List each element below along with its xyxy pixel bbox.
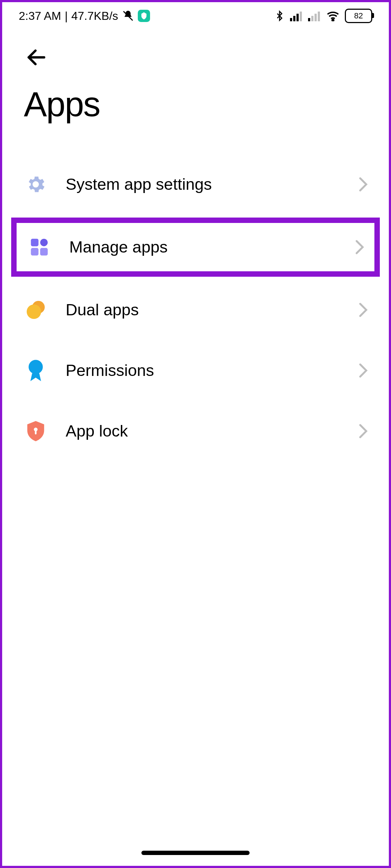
gesture-bar[interactable] xyxy=(2,851,389,855)
wifi-icon xyxy=(326,10,340,21)
item-manage-apps[interactable]: Manage apps xyxy=(11,218,380,277)
silent-icon xyxy=(122,10,134,22)
back-button[interactable] xyxy=(24,45,49,70)
svg-point-16 xyxy=(27,304,41,319)
apps-grid-icon xyxy=(26,234,53,260)
svg-rect-2 xyxy=(293,16,295,21)
svg-rect-8 xyxy=(318,12,320,21)
signal-1-icon xyxy=(290,10,303,21)
svg-rect-7 xyxy=(315,14,317,21)
svg-rect-6 xyxy=(311,16,313,21)
item-label: Permissions xyxy=(66,361,358,380)
app-badge-icon xyxy=(138,10,150,22)
svg-rect-11 xyxy=(31,239,39,246)
signal-2-icon xyxy=(308,10,321,21)
award-icon xyxy=(22,357,49,384)
status-right: 82 xyxy=(274,9,372,23)
svg-point-9 xyxy=(332,19,334,21)
svg-rect-1 xyxy=(290,18,292,21)
item-dual-apps[interactable]: Dual apps xyxy=(13,286,378,334)
status-left: 2:37 AM | 47.7KB/s xyxy=(19,9,150,23)
settings-list: System app settings Manage apps Dual app… xyxy=(2,160,389,455)
chevron-right-icon xyxy=(358,365,369,376)
status-net-speed: 47.7KB/s xyxy=(71,9,118,23)
chevron-right-icon xyxy=(358,304,369,315)
battery-percent: 82 xyxy=(354,11,363,21)
svg-rect-3 xyxy=(296,14,299,21)
chevron-right-icon xyxy=(354,242,365,253)
item-label: App lock xyxy=(66,422,358,440)
shield-lock-icon xyxy=(22,418,49,444)
svg-point-17 xyxy=(28,360,43,374)
svg-point-12 xyxy=(40,239,48,246)
item-app-lock[interactable]: App lock xyxy=(13,407,378,455)
item-system-app-settings[interactable]: System app settings xyxy=(13,160,378,209)
svg-rect-5 xyxy=(308,18,310,21)
header: Apps xyxy=(2,23,389,124)
item-label: Manage apps xyxy=(69,238,354,257)
page-title: Apps xyxy=(24,84,367,124)
item-label: Dual apps xyxy=(66,301,358,319)
status-time: 2:37 AM xyxy=(19,9,61,23)
item-permissions[interactable]: Permissions xyxy=(13,346,378,395)
chevron-right-icon xyxy=(358,426,369,437)
dual-circles-icon xyxy=(22,297,49,323)
svg-rect-19 xyxy=(35,430,37,435)
bluetooth-icon xyxy=(274,9,285,22)
svg-rect-13 xyxy=(31,248,39,255)
chevron-right-icon xyxy=(358,179,369,190)
svg-rect-4 xyxy=(300,12,302,21)
item-label: System app settings xyxy=(66,175,358,194)
battery-indicator: 82 xyxy=(345,9,372,23)
gear-icon xyxy=(22,171,49,198)
status-bar: 2:37 AM | 47.7KB/s 82 xyxy=(2,2,389,23)
svg-rect-14 xyxy=(40,248,48,255)
